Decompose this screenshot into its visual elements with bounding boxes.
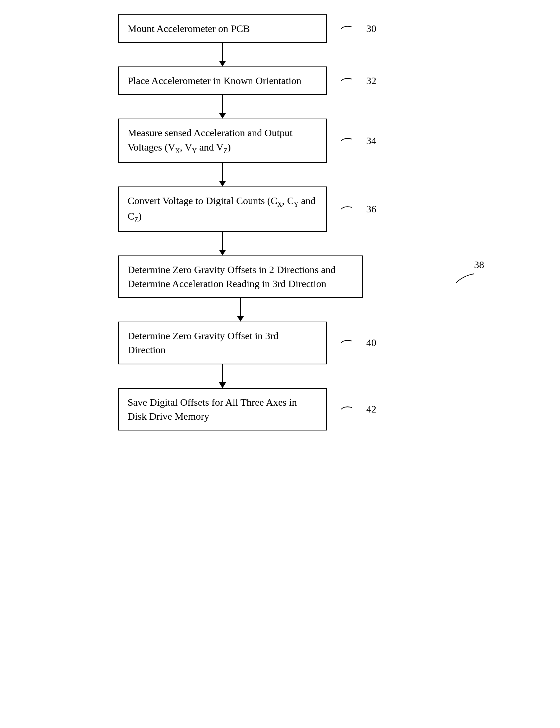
step-label-34: Measure sensed Acceleration and Output V… (128, 127, 293, 152)
connector-3 (118, 163, 327, 186)
step-number-42: 42 (366, 404, 376, 415)
step-row-32: Place Accelerometer in Known Orientation… (118, 66, 442, 95)
step-curve-38 (453, 272, 488, 286)
step-number-area-30: 30 (338, 23, 376, 34)
connector-1 (118, 43, 327, 66)
connector-line-4 (222, 232, 223, 250)
step-row-40: Determine Zero Gravity Offset in 3rd Dir… (118, 322, 442, 364)
step-label-42: Save Digital Offsets for All Three Axes … (128, 397, 297, 422)
step-box-40: Determine Zero Gravity Offset in 3rd Dir… (118, 322, 327, 364)
flowchart: Mount Accelerometer on PCB 30 Place Acce… (118, 14, 442, 430)
connector-arrow-3 (219, 181, 226, 186)
connector-line-2 (222, 95, 223, 113)
step-number-36: 36 (366, 203, 376, 215)
step-row-36: Convert Voltage to Digital Counts (CX, C… (118, 186, 442, 232)
step-number-30: 30 (366, 23, 376, 34)
step-label-38: Determine Zero Gravity Offsets in 2 Dire… (128, 264, 336, 289)
step-box-32: Place Accelerometer in Known Orientation (118, 66, 327, 95)
connector-6 (118, 364, 327, 388)
step-number-34: 34 (366, 135, 376, 147)
step-box-38: Determine Zero Gravity Offsets in 2 Dire… (118, 255, 363, 298)
step-label-30: Mount Accelerometer on PCB (128, 23, 250, 34)
connector-arrow-2 (219, 113, 226, 119)
step-box-30: Mount Accelerometer on PCB (118, 14, 327, 43)
step-label-40: Determine Zero Gravity Offset in 3rd Dir… (128, 330, 279, 355)
step-number-area-34: 34 (338, 135, 376, 147)
step-number-area-32: 32 (338, 75, 376, 87)
step-box-36: Convert Voltage to Digital Counts (CX, C… (118, 186, 327, 232)
step-number-area-38: 38 (453, 259, 488, 286)
step-label-36: Convert Voltage to Digital Counts (CX, C… (128, 195, 316, 222)
step-curve-32 (338, 75, 366, 86)
connector-2 (118, 95, 327, 119)
step-number-40: 40 (366, 337, 376, 349)
step-curve-36 (338, 204, 366, 215)
connector-arrow-5 (237, 316, 244, 322)
connector-arrow-1 (219, 61, 226, 66)
connector-arrow-6 (219, 382, 226, 388)
step-number-area-40: 40 (338, 337, 376, 349)
connector-line-6 (222, 364, 223, 382)
connector-line-5 (240, 298, 241, 316)
step-curve-40 (338, 337, 366, 348)
connector-line-3 (222, 163, 223, 181)
diagram-container: Mount Accelerometer on PCB 30 Place Acce… (0, 0, 560, 728)
step-row-38: Determine Zero Gravity Offsets in 2 Dire… (118, 255, 442, 298)
step-label-32: Place Accelerometer in Known Orientation (128, 75, 302, 86)
connector-5 (118, 298, 363, 322)
connector-arrow-4 (219, 250, 226, 255)
step-row-30: Mount Accelerometer on PCB 30 (118, 14, 442, 43)
step-number-32: 32 (366, 75, 376, 87)
step-curve-30 (338, 23, 366, 34)
step-number-38: 38 (474, 259, 484, 271)
step-box-34: Measure sensed Acceleration and Output V… (118, 119, 327, 162)
connector-line-1 (222, 43, 223, 61)
step-box-42: Save Digital Offsets for All Three Axes … (118, 388, 327, 430)
step-row-34: Measure sensed Acceleration and Output V… (118, 119, 442, 162)
step-curve-34 (338, 135, 366, 146)
connector-4 (118, 232, 327, 255)
step-curve-42 (338, 404, 366, 415)
step-number-area-42: 42 (338, 404, 376, 415)
step-row-42: Save Digital Offsets for All Three Axes … (118, 388, 442, 430)
step-number-area-36: 36 (338, 203, 376, 215)
